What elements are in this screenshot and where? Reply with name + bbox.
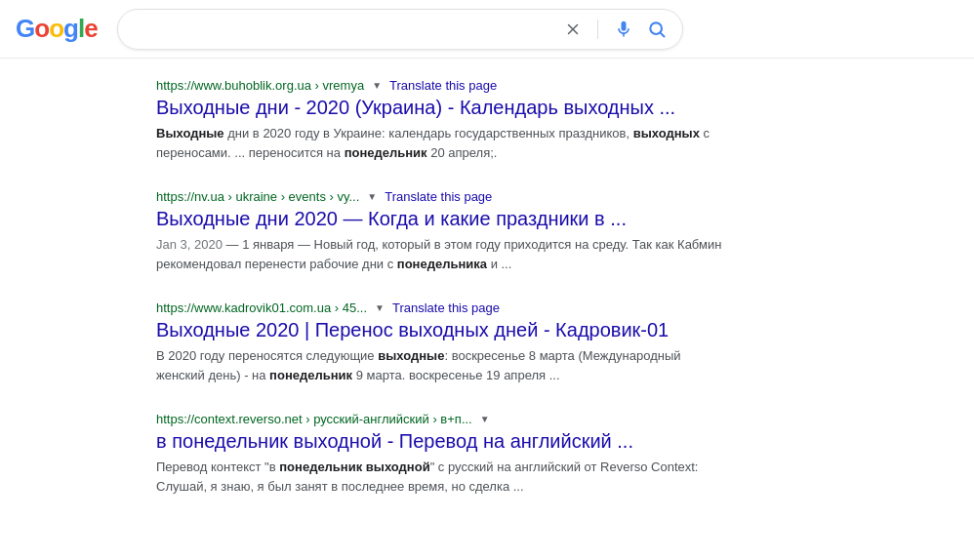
result-item: https://www.buhoblik.org.ua › vremya ▼ T… [156,78,722,162]
svg-line-3 [660,32,664,36]
result-date: Jan 3, 2020 [156,237,223,252]
result-item: https://www.kadrovik01.com.ua › 45... ▼ … [156,300,722,384]
result-title[interactable]: Выходные 2020 | Перенос выходных дней - … [156,317,722,342]
result-snippet: Перевод контекст "в понедельник выходной… [156,458,722,496]
result-url: https://www.buhoblik.org.ua › vremya [156,78,364,93]
search-button[interactable] [645,18,669,41]
result-url: https://context.reverso.net › русский-ан… [156,412,472,426]
search-icon [647,20,667,39]
clear-icon [564,20,582,38]
result-options-button[interactable]: ▼ [370,80,384,91]
result-snippet: В 2020 году переносятся следующие выходн… [156,346,722,384]
result-options-button[interactable]: ▼ [373,302,386,313]
header: Google +выходной+понедельник [0,0,974,59]
translate-link[interactable]: Translate this page [385,189,492,204]
voice-search-button[interactable] [612,18,635,41]
result-item: https://nv.ua › ukraine › events › vy...… [156,189,722,273]
search-bar: +выходной+понедельник [117,9,683,50]
result-options-button[interactable]: ▼ [365,191,379,202]
clear-search-button[interactable] [562,19,584,40]
result-options-button[interactable]: ▼ [478,414,492,424]
mic-icon [614,20,633,39]
translate-link[interactable]: Translate this page [392,300,500,315]
divider [597,20,598,39]
result-title[interactable]: Выходные дни - 2020 (Украина) - Календар… [156,95,722,120]
result-snippet: Jan 3, 2020 — 1 января — Новый год, кото… [156,235,722,273]
result-url-line: https://www.buhoblik.org.ua › vremya ▼ T… [156,78,722,93]
translate-link[interactable]: Translate this page [389,78,497,93]
result-url: https://www.kadrovik01.com.ua › 45... [156,300,367,315]
result-snippet: Выходные дни в 2020 году в Украине: кале… [156,124,722,162]
result-url-line: https://www.kadrovik01.com.ua › 45... ▼ … [156,300,722,315]
result-url-line: https://context.reverso.net › русский-ан… [156,412,722,426]
results-container: https://www.buhoblik.org.ua › vremya ▼ T… [0,59,878,542]
result-title[interactable]: Выходные дни 2020 — Когда и какие праздн… [156,206,722,231]
result-url-line: https://nv.ua › ukraine › events › vy...… [156,189,722,204]
result-item: https://context.reverso.net › русский-ан… [156,412,722,496]
google-logo: Google [16,14,98,44]
search-input[interactable]: +выходной+понедельник [132,20,562,38]
result-title[interactable]: в понедельник выходной - Перевод на англ… [156,428,722,454]
result-url: https://nv.ua › ukraine › events › vy... [156,189,359,204]
